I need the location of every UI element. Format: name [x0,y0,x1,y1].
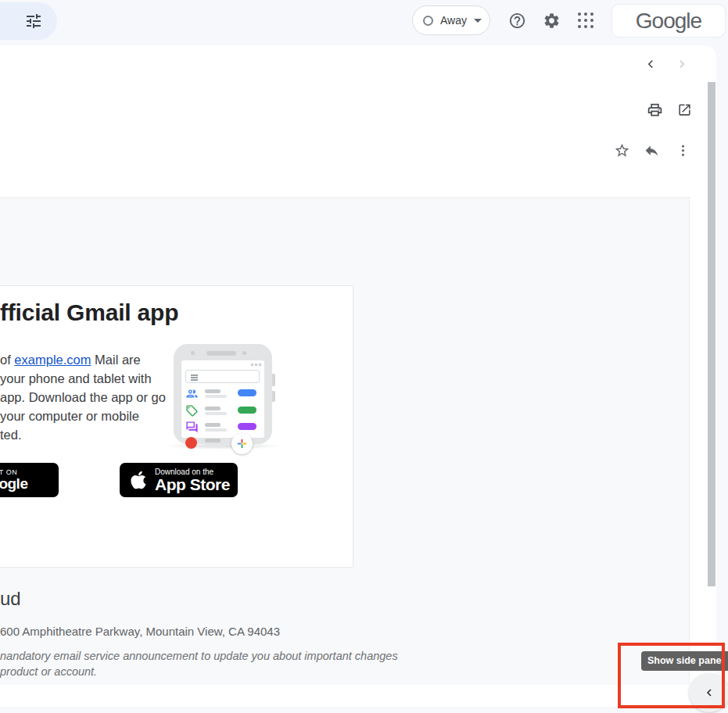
phone-illustration [174,344,274,453]
purple-pill [238,423,256,430]
line1-prefix: of [0,353,14,367]
multicolor-plus-icon [236,438,248,450]
phone-search-bar [185,370,260,383]
gmail-window: Away Google [0,0,728,713]
open-in-new-window-button[interactable] [670,95,698,124]
chevron-right-icon [675,57,689,71]
list-item [181,404,264,418]
text-bar [205,412,227,415]
google-play-badge-inner: GET IT ON Google Play [0,463,59,497]
search-options-button[interactable] [23,11,44,31]
footer-fineprint-line: product or account. [0,665,97,678]
paragraph-line: your phone and tablet with [0,369,166,388]
phone-screen [181,360,264,438]
phone-sensor-dot [242,351,246,355]
apple-icon [130,470,147,490]
label-icon [185,404,199,417]
google-play-badge[interactable]: GET IT ON Google Play [0,463,59,497]
text-bar [205,423,221,427]
red-dot-icon [185,437,197,449]
tune-icon [24,12,43,30]
reply-button[interactable] [637,136,665,164]
paragraph-line: ted. [0,425,166,444]
list-item [181,436,264,450]
availability-status-chip[interactable]: Away [412,5,490,35]
star-button[interactable] [608,136,636,164]
reply-icon [644,142,660,159]
help-icon [508,12,526,30]
more-options-button[interactable] [669,136,697,164]
blue-pill [238,389,256,396]
newer-conversation-button[interactable] [637,50,665,78]
chevron-down-icon [474,19,482,23]
status-ring-icon [423,16,433,26]
phone-volume-key [272,374,275,386]
statusbar-icon [259,364,261,366]
star-icon [614,142,630,159]
chevron-left-icon [703,686,715,699]
statusbar-icon [251,364,253,366]
line1-suffix: Mail are [91,353,140,367]
settings-button[interactable] [536,5,567,36]
green-pill [238,407,256,414]
show-side-panel-tooltip: Show side panel [641,651,728,671]
text-bar [205,444,227,447]
appstore-badge-bottom-text: App Store [155,476,230,493]
paragraph-line: of example.com Mail are [0,350,166,369]
show-side-panel-button[interactable] [689,673,728,712]
older-conversation-button[interactable] [668,50,696,78]
paragraph-line: your computer or mobile [0,407,166,425]
scrollbar-thumb[interactable] [708,82,715,586]
print-button[interactable] [640,95,669,124]
open-in-new-icon [677,102,692,117]
chevron-left-icon [644,57,658,71]
email-heading: fficial Gmail app [0,299,178,326]
footer-brand: ud [0,588,21,610]
footer-address: 600 Amphitheatre Parkway, Mountain View,… [0,625,280,638]
google-logo: Google [636,9,701,34]
people-icon [185,387,199,400]
footer-fineprint-line: nandatory email service announcement to … [0,650,398,662]
workspace-logo-card: Google [611,4,726,38]
chat-icon [185,421,199,434]
phone-speaker [206,351,236,356]
example-link[interactable]: example.com [14,353,91,367]
phone-body [174,344,272,444]
play-badge-bottom-text: Google Play [0,475,59,497]
text-bar [205,407,221,410]
email-paragraph: of example.com Mail are your phone and t… [0,350,166,444]
phone-power-key [272,391,275,402]
text-bar [205,439,221,442]
printer-icon [647,102,663,118]
gear-icon [543,12,561,30]
statusbar-icon [255,364,257,366]
app-store-badge[interactable]: Download on the App Store [120,463,238,497]
apps-grid-icon [578,13,594,28]
search-bar-fragment [0,2,57,40]
compose-fab [231,433,253,454]
more-vert-icon [676,143,690,158]
help-button[interactable] [501,5,533,36]
paragraph-line: app. Download the app or go [0,388,166,407]
status-label: Away [440,14,467,27]
hamburger-icon [191,374,198,376]
list-item [181,387,264,401]
list-item [181,421,264,435]
text-bar [205,428,227,432]
text-bar [205,395,227,398]
text-bar [205,389,221,393]
phone-camera-dot [191,351,195,355]
apps-button[interactable] [570,5,601,36]
